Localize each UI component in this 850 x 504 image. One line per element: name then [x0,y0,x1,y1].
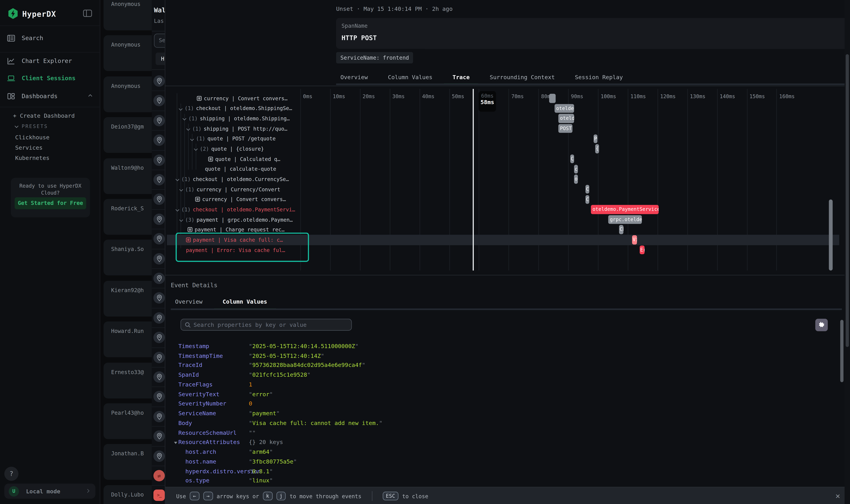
create-dashboard-link[interactable]: + Create Dashboard [13,112,75,119]
keycap-→[interactable]: → [203,492,213,500]
trace-span-row[interactable]: quote | calculate-quote [171,164,307,174]
keycap-j[interactable]: j [276,492,286,500]
location-pin-icon[interactable] [153,371,165,383]
event-row[interactable] [152,229,165,249]
sidebar-item-dashboards[interactable]: Dashboards [0,88,100,104]
property-row[interactable]: Timestamp"2025-05-15T12:40:14.511000000Z… [171,341,837,350]
span-duration-bar[interactable]: oteldemo.PaymentService/Char [591,205,659,214]
property-row[interactable]: host.arch"arm64" [171,447,837,456]
span-duration-bar[interactable]: oteldemo.C [574,175,578,183]
event-row[interactable] [152,447,165,466]
local-mode-bar[interactable]: U Local mode [4,484,95,499]
span-duration-bar[interactable]: calculate-quote [574,165,578,174]
event-row[interactable] [152,308,165,328]
property-row[interactable]: SeverityText"error" [171,389,837,399]
property-row[interactable]: Body"Visa cache full: cannot add new ite… [171,418,837,428]
event-row[interactable] [152,170,165,190]
collapse-sidebar-icon[interactable] [83,9,92,18]
event-row[interactable] [152,407,165,427]
properties-search[interactable]: Search properties by key or value [181,319,352,331]
event-row[interactable] [152,289,165,308]
tab-surrounding-context[interactable]: Surrounding Context [490,68,555,85]
event-row[interactable] [152,190,165,210]
location-pin-icon[interactable] [153,431,165,442]
session-list-item[interactable]: Kieran92@h [104,281,152,317]
session-list-item[interactable]: Howard.Run [104,322,152,357]
event-row[interactable]: >_ [152,486,165,504]
span-duration-bar[interactable]: Calculated [570,155,574,163]
location-pin-icon[interactable] [153,253,165,264]
swap-arrows-icon[interactable]: ⇄ [153,470,165,481]
sidebar-item-search[interactable]: Search [0,30,100,46]
span-duration-bar[interactable]: oteldemo. [555,104,574,113]
help-button[interactable]: ? [4,467,18,481]
sidebar-item-client-sessions[interactable]: Client Sessions [0,70,100,86]
tab-column-values[interactable]: Column Values [388,68,432,85]
span-duration-bar[interactable] [549,94,556,103]
location-pin-icon[interactable] [153,312,165,324]
span-duration-bar[interactable]: oteldemo.S [558,114,574,123]
service-name-chip[interactable]: ServiceName: frontend [336,52,413,63]
trace-span-row[interactable]: (3)payment | grpc.oteldemo.Paymen… [171,215,307,224]
location-pin-icon[interactable] [153,75,165,87]
location-pin-icon[interactable] [153,450,165,462]
event-row[interactable] [152,348,165,367]
keycap-k[interactable]: k [263,492,272,500]
session-list-item[interactable]: Walton9@ho [104,158,152,194]
event-row[interactable] [152,210,165,229]
keycap-←[interactable]: ← [190,492,199,500]
trace-span-row[interactable]: (1)shipping | oteldemo.Shipping… [171,113,307,124]
location-pin-icon[interactable] [153,273,165,284]
properties-scrollbar[interactable] [840,320,844,382]
span-duration-bar[interactable]: Convert [585,195,589,204]
keycap-ESC[interactable]: ESC [383,492,398,500]
event-row[interactable] [152,111,165,131]
event-row[interactable] [152,427,165,447]
page-scrollbar-thumb[interactable] [846,54,849,347]
event-row[interactable] [152,249,165,269]
span-duration-bar[interactable]: Visa [632,235,637,244]
event-row[interactable] [152,328,165,348]
location-pin-icon[interactable] [153,214,165,225]
location-pin-icon[interactable] [153,352,165,363]
tab-overview[interactable]: Overview [340,68,368,85]
location-pin-icon[interactable] [153,194,165,205]
location-pin-icon[interactable] [153,411,165,422]
property-row[interactable]: SeverityNumber0 [171,399,837,408]
close-icon[interactable]: × [835,491,840,501]
span-duration-bar[interactable]: POST ht [558,124,573,133]
trace-span-row[interactable]: (1)checkout | oteldemo.ShippingSe… [171,104,307,113]
trace-span-row[interactable]: currency | Convert convers… [171,93,307,104]
property-row[interactable]: ResourceSchemaUrl"" [171,428,837,437]
event-row[interactable] [152,150,165,170]
trace-span-row[interactable]: (1)checkout | oteldemo.PaymentServi… [171,204,307,215]
span-duration-bar[interactable]: grpc.oteldemo. [608,215,642,224]
property-row[interactable]: host.name"3fbc80775a5e" [171,456,837,466]
session-list-item[interactable]: Shaniya.So [104,240,152,275]
tab-session-replay[interactable]: Session Replay [575,68,623,85]
location-pin-icon[interactable] [153,115,165,126]
location-pin-icon[interactable] [153,292,165,304]
session-list-item[interactable]: Dolly.Lubo [104,485,152,504]
event-row[interactable] [152,367,165,387]
property-row[interactable]: TraceId"957362828baa84dc02d95a4e6e99ca4f… [171,360,837,370]
session-list-item[interactable]: Deion37@gm [104,117,152,153]
session-list-item[interactable]: Anonymous [104,76,152,112]
session-list-item[interactable]: Ernesto33@ [104,362,152,398]
session-list-item[interactable]: Roderick_S [104,199,152,235]
tab-trace[interactable]: Trace [453,68,470,85]
location-pin-icon[interactable] [153,95,165,106]
property-row[interactable]: ResourceAttributes{} 20 keys [171,437,837,447]
gear-icon[interactable] [815,319,828,331]
sidebar-preset-clickhouse[interactable]: Clickhouse [15,134,50,140]
trace-span-row[interactable]: (1)quote | POST /getquote [171,134,307,144]
property-row[interactable]: SpanId"021fcfc15c1e9528" [171,370,837,379]
session-list-item[interactable]: Anonymous [104,35,152,71]
sidebar-preset-services[interactable]: Services [15,144,42,151]
property-row[interactable]: os.type"linux" [171,476,837,485]
span-duration-bar[interactable]: {closure} [595,144,599,153]
span-duration-bar[interactable]: Charge [619,225,623,234]
event-row[interactable] [152,91,165,111]
location-pin-icon[interactable] [153,134,165,146]
property-row[interactable]: ServiceName"payment" [171,408,837,418]
